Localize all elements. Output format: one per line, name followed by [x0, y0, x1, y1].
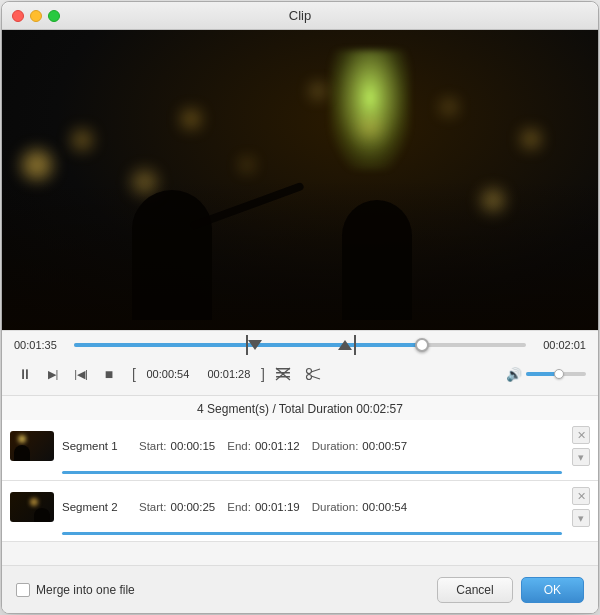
bracket-button[interactable]: |◀|: [70, 363, 92, 385]
segment-duration-field: Duration: 00:00:57: [312, 440, 407, 452]
maximize-button[interactable]: [48, 10, 60, 22]
volume-control: 🔊: [506, 367, 586, 382]
next-frame-button[interactable]: ▶|: [42, 363, 64, 385]
stop-button[interactable]: ■: [98, 363, 120, 385]
thumb-light: [30, 498, 38, 506]
duration-value: 00:00:57: [362, 440, 407, 452]
bokeh-light: [22, 150, 52, 180]
footer-buttons: Cancel OK: [437, 577, 584, 603]
pause-button[interactable]: ⏸: [14, 363, 36, 385]
clip-handle-left[interactable]: [248, 340, 262, 350]
segment-info: Segment 1 Start: 00:00:15 End: 00:01:12 …: [62, 440, 564, 452]
title-bar: Clip: [2, 2, 598, 30]
segment-main-row: Segment 1 Start: 00:00:15 End: 00:01:12 …: [10, 426, 590, 466]
start-value: 00:00:15: [170, 440, 215, 452]
lantern: [330, 50, 410, 170]
trim-icon[interactable]: [301, 363, 325, 385]
total-time: 00:02:01: [534, 339, 586, 351]
end-value: 00:01:12: [255, 440, 300, 452]
video-player[interactable]: [2, 30, 598, 330]
segment-name: Segment 1: [62, 440, 127, 452]
window-title: Clip: [289, 8, 311, 23]
segment-name: Segment 2: [62, 501, 127, 513]
segments-summary: 4 Segment(s) / Total Duration 00:02:57: [197, 402, 403, 416]
bokeh-light: [312, 85, 324, 97]
end-label: End:: [227, 501, 251, 513]
close-button[interactable]: [12, 10, 24, 22]
merge-checkbox[interactable]: [16, 583, 30, 597]
minimize-button[interactable]: [30, 10, 42, 22]
svg-point-5: [306, 369, 311, 374]
ok-button[interactable]: OK: [521, 577, 584, 603]
segment-end-field: End: 00:01:12: [227, 440, 299, 452]
segment-duration-field: Duration: 00:00:54: [312, 501, 407, 513]
duration-value: 00:00:54: [362, 501, 407, 513]
segment-main-row: Segment 2 Start: 00:00:25 End: 00:01:19 …: [10, 487, 590, 527]
segment-progress-bar: [62, 532, 562, 535]
people-silhouette: [2, 180, 598, 330]
cancel-button[interactable]: Cancel: [437, 577, 512, 603]
duration-label: Duration:: [312, 440, 359, 452]
video-frame: [2, 30, 598, 330]
duration-label: Duration:: [312, 501, 359, 513]
segment-remove-button[interactable]: ✕: [572, 426, 590, 444]
controls-row: ⏸ ▶| |◀| ■ [ 00:00:54 00:01:28 ]: [14, 359, 586, 389]
svg-rect-2: [276, 376, 290, 378]
segments-list: Segment 1 Start: 00:00:15 End: 00:01:12 …: [2, 420, 598, 565]
bokeh-light: [242, 160, 252, 170]
bokeh-light: [362, 120, 378, 136]
timeline-thumb[interactable]: [415, 338, 429, 352]
time-row: 00:01:35 00:02:01: [14, 339, 586, 351]
svg-line-8: [311, 376, 320, 379]
volume-slider[interactable]: [526, 372, 586, 376]
segment-thumbnail: [10, 492, 54, 522]
segment-expand-button[interactable]: ▾: [572, 448, 590, 466]
bokeh-light: [182, 110, 200, 128]
segment-info: Segment 2 Start: 00:00:25 End: 00:01:19 …: [62, 501, 564, 513]
out-point-display: 00:01:28: [200, 368, 258, 380]
main-window: Clip: [1, 1, 599, 614]
bracket-open: [: [132, 366, 136, 382]
volume-thumb[interactable]: [554, 369, 564, 379]
start-value: 00:00:25: [170, 501, 215, 513]
segment-end-field: End: 00:01:19: [227, 501, 299, 513]
volume-icon: 🔊: [506, 367, 522, 382]
merge-checkbox-area: Merge into one file: [16, 583, 437, 597]
segment-remove-button[interactable]: ✕: [572, 487, 590, 505]
segment-thumbnail: [10, 431, 54, 461]
cut-icon[interactable]: [271, 363, 295, 385]
segment-actions: ✕ ▾: [572, 426, 590, 466]
segment-item: Segment 2 Start: 00:00:25 End: 00:01:19 …: [2, 481, 598, 542]
clip-handle-right[interactable]: [338, 340, 352, 350]
merge-label: Merge into one file: [36, 583, 135, 597]
thumb-light: [18, 435, 26, 443]
person-left: [132, 190, 212, 320]
segments-info: 4 Segment(s) / Total Duration 00:02:57: [2, 395, 598, 420]
bokeh-light: [72, 130, 92, 150]
segment-expand-button[interactable]: ▾: [572, 509, 590, 527]
window-controls: [12, 10, 60, 22]
segment-start-field: Start: 00:00:25: [139, 501, 215, 513]
start-label: Start:: [139, 440, 166, 452]
clip-time-group: [ 00:00:54 00:01:28 ]: [132, 366, 265, 382]
in-point-display: 00:00:54: [139, 368, 197, 380]
svg-line-7: [311, 369, 320, 372]
end-value: 00:01:19: [255, 501, 300, 513]
segment-start-field: Start: 00:00:15: [139, 440, 215, 452]
svg-point-6: [306, 375, 311, 380]
timeline-area: 00:01:35 00:02:01 ⏸ ▶| |◀| ■ [ 00:00:54: [2, 330, 598, 395]
timeline-track[interactable]: [74, 343, 526, 347]
end-label: End:: [227, 440, 251, 452]
current-time: 00:01:35: [14, 339, 66, 351]
segment-actions: ✕ ▾: [572, 487, 590, 527]
person-right: [342, 200, 412, 320]
segment-item: Segment 1 Start: 00:00:15 End: 00:01:12 …: [2, 420, 598, 481]
bokeh-light: [442, 100, 456, 114]
segment-progress-bar: [62, 471, 562, 474]
bracket-close: ]: [261, 366, 265, 382]
start-label: Start:: [139, 501, 166, 513]
footer: Merge into one file Cancel OK: [2, 565, 598, 613]
out-handle[interactable]: [354, 335, 356, 355]
bokeh-light: [522, 130, 540, 148]
